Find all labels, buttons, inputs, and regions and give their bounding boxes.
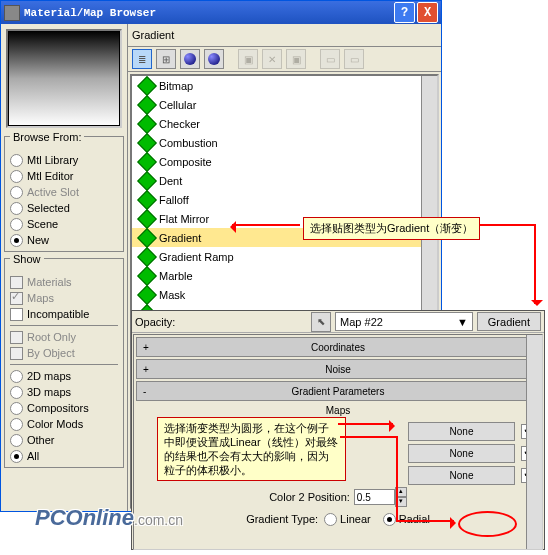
map-icon [137, 95, 157, 115]
map-icon [137, 171, 157, 191]
red-arrow-icon [396, 520, 454, 522]
map-icon [137, 152, 157, 172]
radio-cat-0[interactable]: 2D maps [10, 368, 118, 384]
rollout-coordinates[interactable]: +Coordinates [136, 337, 540, 357]
tool-icon: ▭ [344, 49, 364, 69]
radio-browse-5[interactable]: New [10, 232, 118, 248]
map-icon [137, 114, 157, 134]
check-filter-1: By Object [10, 345, 118, 361]
map-type-item[interactable]: Marble [132, 266, 437, 285]
radio-linear[interactable]: Linear [324, 513, 371, 526]
radio-cat-2[interactable]: Compositors [10, 400, 118, 416]
map-name-dropdown[interactable]: Map #22▼ [335, 312, 473, 331]
radio-browse-4[interactable]: Scene [10, 216, 118, 232]
group-title: Show [10, 253, 44, 265]
map-icon [137, 285, 157, 305]
tool-icon: ▣ [286, 49, 306, 69]
map-type-item[interactable]: Combustion [132, 133, 437, 152]
view-list-icon[interactable]: ≣ [132, 49, 152, 69]
radio-browse-1[interactable]: Mtl Editor [10, 168, 118, 184]
scrollbar[interactable] [526, 335, 542, 549]
check-show-0: Materials [10, 274, 118, 290]
map-type-item[interactable]: Checker [132, 114, 437, 133]
map-icon [137, 133, 157, 153]
current-name: Gradient [132, 29, 174, 41]
map-icon [137, 266, 157, 286]
map-icon [137, 76, 157, 96]
check-show-1: Maps [10, 290, 118, 306]
map-button[interactable]: None [408, 444, 515, 463]
color2-pos-spinner[interactable]: ▴▾ [354, 487, 407, 507]
map-icon [137, 228, 157, 248]
group-title: Browse From: [10, 131, 84, 143]
gradient-type-radios: Linear Radial [324, 513, 430, 526]
close-button[interactable]: X [417, 2, 438, 23]
opacity-label: Opacity: [135, 316, 175, 328]
radio-browse-2[interactable]: Active Slot [10, 184, 118, 200]
radio-cat-5[interactable]: All [10, 448, 118, 464]
check-show-2[interactable]: Incompatible [10, 306, 118, 322]
color2-pos-label: Color 2 Position: [269, 491, 350, 503]
view-ball-icon[interactable] [180, 49, 200, 69]
map-icon [137, 209, 157, 229]
map-type-item[interactable]: Composite [132, 152, 437, 171]
rollout-noise[interactable]: +Noise [136, 359, 540, 379]
tool-icon: ▣ [238, 49, 258, 69]
map-type-item[interactable]: Gradient Ramp [132, 247, 437, 266]
preview-swatch [6, 29, 122, 128]
map-icon [137, 247, 157, 267]
map-type-item[interactable]: Bitmap [132, 76, 437, 95]
toolbar: ≣ ⊞ ▣ ✕ ▣ ▭ ▭ [128, 47, 441, 72]
tool-icon: ▭ [320, 49, 340, 69]
check-filter-0: Root Only [10, 329, 118, 345]
red-arrow-icon [232, 224, 300, 226]
view-thumb-icon[interactable]: ⊞ [156, 49, 176, 69]
radio-browse-0[interactable]: Mtl Library [10, 152, 118, 168]
map-button[interactable]: None [408, 422, 515, 441]
rollout-gradient-params[interactable]: -Gradient Parameters [136, 381, 540, 401]
title-bar: Material/Map Browser ? X [1, 1, 441, 24]
radio-cat-4[interactable]: Other [10, 432, 118, 448]
view-ball2-icon[interactable] [204, 49, 224, 69]
map-type-item[interactable]: Mask [132, 285, 437, 304]
map-icon [137, 190, 157, 210]
help-button[interactable]: ? [394, 2, 415, 23]
sidebar: Browse From: Mtl LibraryMtl EditorActive… [1, 24, 128, 511]
browse-from-group: Browse From: Mtl LibraryMtl EditorActive… [4, 136, 124, 252]
spinner-input[interactable] [354, 489, 395, 505]
annotation-1: 选择贴图类型为Gradient（渐变） [303, 217, 480, 240]
app-icon [4, 5, 20, 21]
radio-cat-3[interactable]: Color Mods [10, 416, 118, 432]
red-line [396, 436, 398, 520]
window-title: Material/Map Browser [24, 7, 156, 19]
gradient-type-label: Gradient Type: [246, 513, 318, 525]
red-arrow-icon [338, 423, 393, 425]
red-arrow-icon [534, 224, 536, 304]
show-group: Show MaterialsMapsIncompatible Root Only… [4, 258, 124, 468]
map-button[interactable]: None [408, 466, 515, 485]
map-type-item[interactable]: Cellular [132, 95, 437, 114]
tool-delete-icon: ✕ [262, 49, 282, 69]
map-type-item[interactable]: Dent [132, 171, 437, 190]
red-line [340, 436, 396, 438]
annotation-2: 选择渐变类型为圆形，在这个例子中即便设置成Linear（线性）对最终的结果也不会… [157, 417, 346, 481]
red-line [474, 224, 534, 226]
map-type-item[interactable]: Falloff [132, 190, 437, 209]
radio-browse-3[interactable]: Selected [10, 200, 118, 216]
pick-icon[interactable]: ⬉ [311, 312, 331, 332]
radio-cat-1[interactable]: 3D maps [10, 384, 118, 400]
type-button[interactable]: Gradient [477, 312, 541, 331]
radio-radial[interactable]: Radial [383, 513, 430, 526]
watermark: PCOnline.com.cn [35, 505, 183, 531]
